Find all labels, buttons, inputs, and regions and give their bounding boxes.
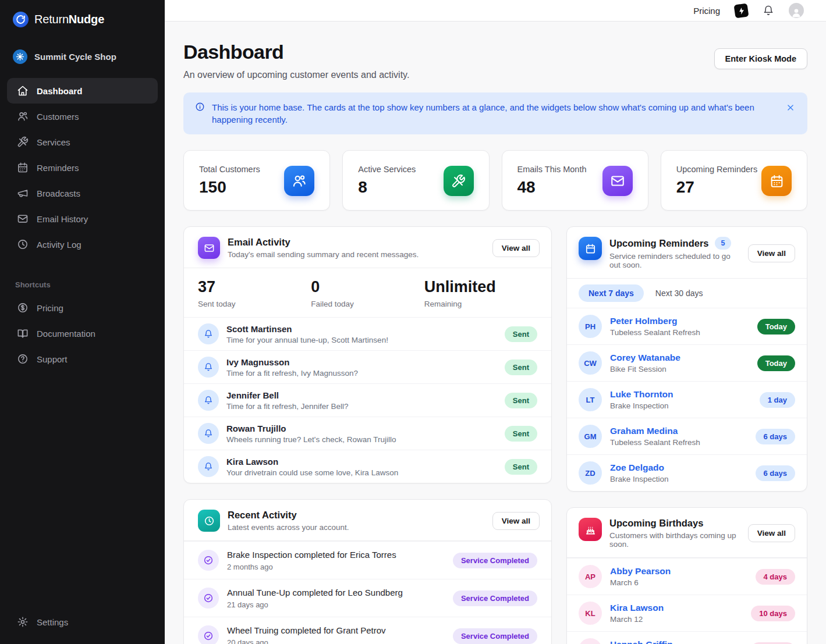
sidebar-item-broadcasts[interactable]: Broadcasts xyxy=(7,180,158,206)
customer-name-link[interactable]: Peter Holmberg xyxy=(610,316,700,326)
info-banner: This is your home base. The cards at the… xyxy=(183,92,807,134)
widget-subtitle: Latest events across your account. xyxy=(228,523,349,532)
page-header: Dashboard An overview of upcoming custom… xyxy=(183,41,807,80)
brand[interactable]: ReturnNudge xyxy=(0,0,165,27)
bell-icon xyxy=(198,323,219,344)
customer-name-link[interactable]: Corey Watanabe xyxy=(610,353,680,363)
sidebar-item-support[interactable]: Support xyxy=(7,346,158,372)
sidebar-item-services[interactable]: Services xyxy=(7,129,158,155)
birthday-date: March 6 xyxy=(610,578,671,587)
sidebar-item-customers[interactable]: Customers xyxy=(7,104,158,129)
remaining-label: Remaining xyxy=(424,300,537,308)
avatar: HG xyxy=(579,638,602,644)
stat-total-customers: Total Customers 150 xyxy=(183,150,330,211)
birthday-list-item[interactable]: KL Kira LawsonMarch 12 10 days xyxy=(567,595,807,631)
recipient-name: Rowan Trujillo xyxy=(226,424,396,433)
activity-list-item[interactable]: Brake Inspection completed for Erica Tor… xyxy=(184,541,551,579)
view-all-button[interactable]: View all xyxy=(748,524,795,542)
reminder-list-item[interactable]: ZD Zoe DelgadoBrake Inspection 6 days xyxy=(567,454,807,491)
workspace-gear-icon xyxy=(13,49,27,64)
megaphone-icon xyxy=(17,187,29,199)
view-all-button[interactable]: View all xyxy=(492,512,540,530)
enter-kiosk-mode-button[interactable]: Enter Kiosk Mode xyxy=(714,48,807,69)
topbar: Pricing xyxy=(165,0,826,22)
reminder-list-item[interactable]: GM Graham MedinaTubeless Sealant Refresh… xyxy=(567,418,807,454)
calendar-icon xyxy=(761,166,792,196)
email-list-item[interactable]: Rowan TrujilloWheels running true? Let's… xyxy=(184,417,551,450)
email-stats: 37Sent today 0Failed today UnlimitedRema… xyxy=(184,268,551,317)
page-subtitle: An overview of upcoming customer events … xyxy=(183,70,409,80)
tab-next-30-days[interactable]: Next 30 days xyxy=(655,284,703,302)
reminder-list-item[interactable]: PH Peter HolmbergTubeless Sealant Refres… xyxy=(567,308,807,344)
avatar: GM xyxy=(579,425,602,448)
sidebar-item-label: Dashboard xyxy=(37,86,82,96)
sidebar-item-pricing[interactable]: Pricing xyxy=(7,295,158,321)
cake-icon xyxy=(579,518,602,541)
sidebar-item-documentation[interactable]: Documentation xyxy=(7,321,158,346)
topbar-pricing-link[interactable]: Pricing xyxy=(693,6,720,16)
upcoming-birthdays-widget: Upcoming Birthdays Customers with birthd… xyxy=(566,507,807,644)
bolt-logo-icon[interactable] xyxy=(734,3,749,18)
close-icon[interactable] xyxy=(785,101,796,116)
clock-icon xyxy=(17,239,29,250)
customer-name-link[interactable]: Zoe Delgado xyxy=(610,462,669,473)
widget-subtitle: Service reminders scheduled to go out so… xyxy=(609,252,740,269)
customer-name-link[interactable]: Abby Pearson xyxy=(610,566,671,577)
email-list-item[interactable]: Scott MartinsenTime for your annual tune… xyxy=(184,317,551,350)
reminder-list-item[interactable]: CW Corey WatanabeBike Fit Session Today xyxy=(567,344,807,381)
widget-subtitle: Today's email sending summary and recent… xyxy=(228,250,419,259)
sidebar-item-label: Broadcasts xyxy=(37,188,80,198)
status-badge: Sent xyxy=(505,393,537,408)
activity-list-item[interactable]: Annual Tune-Up completed for Leo Sundber… xyxy=(184,579,551,617)
birthday-list-item[interactable]: HG Hannah GriffinMarch 20 18 days xyxy=(567,631,807,644)
due-badge: 1 day xyxy=(760,392,795,408)
sidebar-item-label: Customers xyxy=(37,112,79,122)
birthday-date: March 12 xyxy=(610,615,664,624)
check-circle-icon xyxy=(198,550,219,571)
users-icon xyxy=(17,111,29,122)
sidebar-item-label: Reminders xyxy=(37,163,79,173)
activity-text: Brake Inspection completed for Erica Tor… xyxy=(227,550,396,560)
envelope-icon xyxy=(198,237,220,259)
avatar: CW xyxy=(579,351,602,375)
customer-name-link[interactable]: Hannah Griffin xyxy=(610,639,673,644)
upcoming-reminders-widget: Upcoming Reminders 5 Service reminders s… xyxy=(566,226,807,492)
due-badge: 6 days xyxy=(756,465,795,481)
reminder-count-badge: 5 xyxy=(715,237,732,250)
avatar: ZD xyxy=(579,461,602,485)
reminder-range-tabs: Next 7 days Next 30 days xyxy=(567,279,807,308)
upcoming-reminders-header: Upcoming Reminders 5 Service reminders s… xyxy=(567,227,807,279)
activity-list-item[interactable]: Wheel Truing completed for Grant Petrov2… xyxy=(184,617,551,644)
users-icon xyxy=(284,166,314,196)
widget-title: Upcoming Birthdays xyxy=(609,518,740,529)
view-all-button[interactable]: View all xyxy=(492,239,540,257)
notifications-bell-icon[interactable] xyxy=(763,5,774,16)
workspace-name: Summit Cycle Shop xyxy=(34,52,116,62)
sidebar-item-email-history[interactable]: Email History xyxy=(7,206,158,232)
email-list-item[interactable]: Kira LawsonYour drivetrain could use som… xyxy=(184,450,551,483)
sidebar-item-label: Settings xyxy=(37,617,68,627)
sidebar-item-dashboard[interactable]: Dashboard xyxy=(7,78,158,104)
avatar: KL xyxy=(579,602,602,625)
user-avatar[interactable] xyxy=(789,3,804,18)
sidebar-item-reminders[interactable]: Reminders xyxy=(7,155,158,180)
reminder-list-item[interactable]: LT Luke ThorntonBrake Inspection 1 day xyxy=(567,381,807,418)
email-subject: Your drivetrain could use some love, Kir… xyxy=(226,468,398,477)
customer-name-link[interactable]: Luke Thornton xyxy=(610,389,673,400)
due-badge: Today xyxy=(757,319,795,335)
activity-type-badge: Service Completed xyxy=(453,590,537,606)
upcoming-birthdays-header: Upcoming Birthdays Customers with birthd… xyxy=(567,508,807,558)
view-all-button[interactable]: View all xyxy=(748,244,795,262)
tab-next-7-days[interactable]: Next 7 days xyxy=(579,284,644,302)
email-list-item[interactable]: Ivy MagnussonTime for a fit refresh, Ivy… xyxy=(184,350,551,383)
bell-icon xyxy=(198,423,219,444)
main-area: Pricing Dashboard An overview of upcomin… xyxy=(165,0,826,644)
customer-name-link[interactable]: Kira Lawson xyxy=(610,603,664,613)
sidebar-item-activity-log[interactable]: Activity Log xyxy=(7,232,158,257)
workspace-switcher[interactable]: Summit Cycle Shop xyxy=(0,49,165,64)
customer-name-link[interactable]: Graham Medina xyxy=(610,426,700,436)
email-list-item[interactable]: Jennifer BellTime for a fit refresh, Jen… xyxy=(184,383,551,417)
envelope-icon xyxy=(602,166,633,196)
birthday-list-item[interactable]: AP Abby PearsonMarch 6 4 days xyxy=(567,558,807,595)
sidebar-item-settings[interactable]: Settings xyxy=(7,609,158,635)
